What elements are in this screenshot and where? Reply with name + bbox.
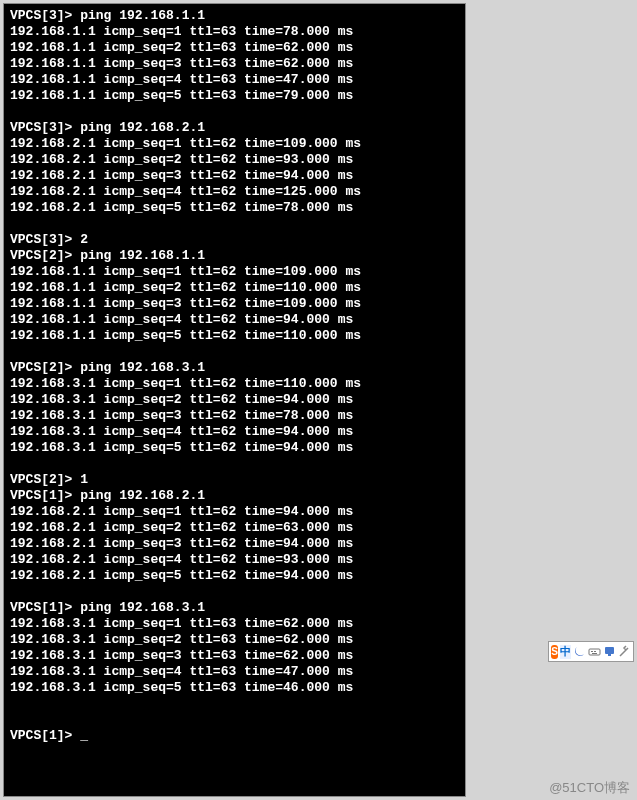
blank-line [10, 696, 459, 712]
ping-response-line: 192.168.1.1 icmp_seq=2 ttl=62 time=110.0… [10, 280, 459, 296]
ping-response-line: 192.168.1.1 icmp_seq=4 ttl=63 time=47.00… [10, 72, 459, 88]
ping-response-line: 192.168.3.1 icmp_seq=5 ttl=63 time=46.00… [10, 680, 459, 696]
terminal-prompt: VPCS[2]> 1 [10, 472, 459, 488]
softkeyboard-icon[interactable] [588, 645, 601, 659]
ping-response-line: 192.168.1.1 icmp_seq=5 ttl=63 time=79.00… [10, 88, 459, 104]
ping-response-line: 192.168.1.1 icmp_seq=3 ttl=62 time=109.0… [10, 296, 459, 312]
ping-response-line: 192.168.1.1 icmp_seq=2 ttl=63 time=62.00… [10, 40, 459, 56]
terminal-prompt: VPCS[3]> 2 [10, 232, 459, 248]
settings-icon[interactable] [618, 645, 631, 659]
ime-toolbar[interactable]: S 中 [548, 641, 634, 662]
ping-response-line: 192.168.2.1 icmp_seq=2 ttl=62 time=63.00… [10, 520, 459, 536]
svg-rect-3 [592, 653, 597, 654]
terminal-prompt-active[interactable]: VPCS[1]> _ [10, 728, 459, 744]
ping-response-line: 192.168.2.1 icmp_seq=2 ttl=62 time=93.00… [10, 152, 459, 168]
blank-line [10, 712, 459, 728]
svg-rect-2 [594, 651, 596, 652]
watermark-text: @51CTO博客 [549, 779, 630, 797]
ping-response-line: 192.168.3.1 icmp_seq=2 ttl=63 time=62.00… [10, 632, 459, 648]
terminal-prompt: VPCS[1]> ping 192.168.2.1 [10, 488, 459, 504]
ping-response-line: 192.168.3.1 icmp_seq=5 ttl=62 time=94.00… [10, 440, 459, 456]
blank-line [10, 104, 459, 120]
ping-response-line: 192.168.3.1 icmp_seq=2 ttl=62 time=94.00… [10, 392, 459, 408]
sogou-icon[interactable]: S [551, 645, 558, 659]
blank-line [10, 216, 459, 232]
ping-response-line: 192.168.3.1 icmp_seq=4 ttl=63 time=47.00… [10, 664, 459, 680]
ping-response-line: 192.168.3.1 icmp_seq=1 ttl=62 time=110.0… [10, 376, 459, 392]
blank-line [10, 344, 459, 360]
ping-response-line: 192.168.2.1 icmp_seq=4 ttl=62 time=125.0… [10, 184, 459, 200]
ping-response-line: 192.168.1.1 icmp_seq=1 ttl=62 time=109.0… [10, 264, 459, 280]
ping-response-line: 192.168.2.1 icmp_seq=3 ttl=62 time=94.00… [10, 168, 459, 184]
terminal-window[interactable]: VPCS[3]> ping 192.168.1.1192.168.1.1 icm… [3, 3, 466, 797]
ping-response-line: 192.168.3.1 icmp_seq=3 ttl=63 time=62.00… [10, 648, 459, 664]
ping-response-line: 192.168.2.1 icmp_seq=1 ttl=62 time=109.0… [10, 136, 459, 152]
terminal-prompt: VPCS[3]> ping 192.168.1.1 [10, 8, 459, 24]
ping-response-line: 192.168.2.1 icmp_seq=5 ttl=62 time=94.00… [10, 568, 459, 584]
ping-response-line: 192.168.3.1 icmp_seq=4 ttl=62 time=94.00… [10, 424, 459, 440]
ping-response-line: 192.168.2.1 icmp_seq=1 ttl=62 time=94.00… [10, 504, 459, 520]
ping-response-line: 192.168.1.1 icmp_seq=4 ttl=62 time=94.00… [10, 312, 459, 328]
skin-icon[interactable] [603, 645, 616, 659]
ping-response-line: 192.168.1.1 icmp_seq=3 ttl=63 time=62.00… [10, 56, 459, 72]
chinese-mode-icon[interactable]: 中 [560, 645, 571, 659]
terminal-prompt: VPCS[2]> ping 192.168.1.1 [10, 248, 459, 264]
blank-line [10, 584, 459, 600]
ping-response-line: 192.168.2.1 icmp_seq=4 ttl=62 time=93.00… [10, 552, 459, 568]
ping-response-line: 192.168.2.1 icmp_seq=5 ttl=62 time=78.00… [10, 200, 459, 216]
terminal-prompt: VPCS[1]> ping 192.168.3.1 [10, 600, 459, 616]
terminal-prompt: VPCS[2]> ping 192.168.3.1 [10, 360, 459, 376]
ping-response-line: 192.168.2.1 icmp_seq=3 ttl=62 time=94.00… [10, 536, 459, 552]
ping-response-line: 192.168.3.1 icmp_seq=3 ttl=62 time=78.00… [10, 408, 459, 424]
terminal-prompt: VPCS[3]> ping 192.168.2.1 [10, 120, 459, 136]
svg-rect-5 [608, 654, 611, 656]
ping-response-line: 192.168.3.1 icmp_seq=1 ttl=63 time=62.00… [10, 616, 459, 632]
blank-line [10, 456, 459, 472]
punctuation-icon[interactable] [573, 645, 586, 659]
svg-rect-4 [605, 647, 614, 654]
ping-response-line: 192.168.1.1 icmp_seq=1 ttl=63 time=78.00… [10, 24, 459, 40]
svg-rect-1 [591, 651, 593, 652]
ping-response-line: 192.168.1.1 icmp_seq=5 ttl=62 time=110.0… [10, 328, 459, 344]
